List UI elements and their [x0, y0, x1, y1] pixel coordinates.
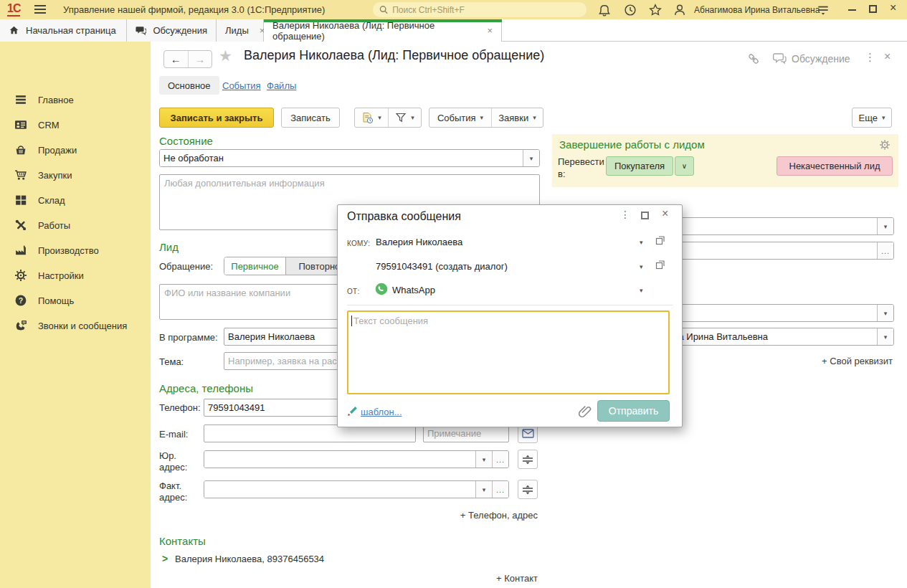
search-icon: [379, 5, 388, 14]
nav-tab-files[interactable]: Файлы: [267, 80, 296, 91]
state-heading: Состояние: [159, 135, 213, 147]
sidebar-item-warehouse[interactable]: Склад: [0, 191, 151, 209]
minimize-button[interactable]: [848, 9, 856, 11]
contact-expand-chevron[interactable]: >: [162, 553, 168, 564]
back-button[interactable]: ←: [164, 51, 189, 67]
active-tab-underline: [264, 19, 502, 22]
sidebar-item-label: Продажи: [38, 145, 77, 156]
sidebar-item-main[interactable]: Главное: [0, 90, 151, 109]
tab-lead-card[interactable]: Валерия Николаева (Лид: Первичное обраще…: [264, 19, 502, 42]
filter-button[interactable]: ▾: [388, 108, 421, 127]
appeal-primary-option[interactable]: Первичное: [224, 257, 286, 275]
legal-address-form-button[interactable]: [518, 450, 538, 469]
custom-field-link[interactable]: + Свой реквизит: [822, 356, 893, 366]
crm-card-icon: [14, 118, 27, 131]
actual-address-field: ▾ ...: [204, 480, 509, 498]
save-close-button[interactable]: Записать и закрыть: [159, 108, 274, 128]
dialog-maximize-icon[interactable]: [641, 212, 649, 219]
transfer-to-buyer-button[interactable]: Покупателя: [606, 156, 673, 176]
main-menu-icon[interactable]: [34, 5, 46, 16]
message-text-input[interactable]: [347, 310, 670, 394]
tab-discussions[interactable]: Обсуждения: [127, 19, 217, 42]
basket-icon: [14, 143, 27, 156]
dropdown-arrow-icon: ▾: [882, 114, 885, 121]
discussion-link[interactable]: Обсуждение: [792, 53, 850, 65]
page-close-icon[interactable]: ×: [884, 50, 891, 63]
open-dialog-icon[interactable]: [655, 260, 665, 270]
current-user-name[interactable]: Абнагимова Ирина Витальевна: [694, 5, 820, 15]
favorites-star-icon[interactable]: [648, 3, 663, 17]
user-icon[interactable]: [673, 3, 687, 17]
more-button[interactable]: Еще ▾: [852, 108, 892, 128]
sidebar-item-help[interactable]: ? Помощь: [0, 291, 151, 310]
search-input[interactable]: [392, 5, 580, 15]
nav-tab-events[interactable]: События: [222, 80, 261, 91]
save-button[interactable]: Записать: [281, 108, 340, 128]
whatsapp-icon: [375, 283, 388, 295]
bad-lead-button[interactable]: Некачественный лид: [777, 156, 893, 176]
add-phone-address-link[interactable]: + Телефон, адрес: [460, 510, 538, 521]
kebab-menu-icon[interactable]: ⋮: [865, 51, 875, 64]
organization-dropdown-button[interactable]: ▾: [877, 305, 893, 321]
paperclip-icon[interactable]: [576, 403, 592, 419]
requests-menu-button[interactable]: Заявки ▾: [491, 108, 543, 127]
window-close-button[interactable]: ×: [890, 1, 896, 14]
phone-dropdown-icon[interactable]: ▾: [640, 263, 643, 270]
sidebar-item-crm[interactable]: CRM: [0, 115, 151, 134]
send-button[interactable]: Отправить: [597, 400, 670, 422]
dialog-close-icon[interactable]: ×: [662, 207, 668, 220]
sidebar-item-sales[interactable]: Продажи: [0, 141, 151, 159]
contact-item[interactable]: Валерия Николаева, 89376456534: [175, 554, 324, 564]
functions-menu-icon[interactable]: [816, 3, 830, 17]
panel-gear-icon[interactable]: [879, 139, 891, 151]
responsible-dropdown-button[interactable]: ▾: [877, 328, 893, 345]
open-recipient-icon[interactable]: [655, 235, 665, 245]
titlebar: 1С Управление нашей фирмой, редакция 3.0…: [0, 0, 907, 19]
link-icon[interactable]: [747, 52, 760, 65]
transfer-options-button[interactable]: ∨: [675, 156, 694, 176]
legal-address-more-button[interactable]: ...: [492, 451, 508, 468]
sidebar-item-settings[interactable]: Настройки: [0, 266, 151, 285]
tab-leads[interactable]: Лиды ×: [217, 19, 264, 42]
forward-button[interactable]: →: [189, 51, 212, 67]
pencil-icon[interactable]: [347, 406, 358, 417]
cart-icon: [14, 169, 27, 181]
to-phone-value[interactable]: 79591043491 (создать диалог): [376, 261, 508, 272]
actual-address-form-button[interactable]: [518, 480, 538, 499]
source-dropdown-button[interactable]: ▾: [877, 218, 893, 234]
to-dropdown-icon[interactable]: ▾: [640, 239, 643, 246]
dialog-separator: [347, 305, 673, 305]
sidebar-item-purchases[interactable]: Закупки: [0, 166, 151, 184]
legal-address-field: ▾ ...: [204, 450, 509, 468]
actual-address-input[interactable]: [204, 481, 475, 498]
from-channel-value[interactable]: WhatsApp: [392, 285, 435, 295]
notifications-bell-icon[interactable]: [597, 3, 612, 17]
to-recipient-value[interactable]: Валерия Николаева: [376, 237, 462, 247]
tab-home[interactable]: Начальная страница: [0, 19, 127, 42]
from-dropdown-icon[interactable]: ▾: [640, 287, 643, 294]
state-input[interactable]: [160, 150, 523, 166]
template-link[interactable]: шаблон...: [361, 407, 402, 417]
dialog-kebab-icon[interactable]: ⋮: [620, 209, 630, 220]
actual-address-dropdown-button[interactable]: ▾: [475, 481, 492, 498]
maximize-button[interactable]: [869, 5, 877, 13]
sidebar-item-works[interactable]: Работы: [0, 216, 151, 234]
sidebar-item-calls-messages[interactable]: Звонки и сообщения: [0, 316, 151, 335]
button-label: Еще: [859, 113, 878, 123]
history-icon[interactable]: [623, 3, 637, 17]
tags-more-button[interactable]: ...: [877, 242, 893, 259]
state-field: ▾: [159, 149, 540, 167]
legal-address-dropdown-button[interactable]: ▾: [475, 451, 492, 468]
add-contact-link[interactable]: + Контакт: [496, 573, 538, 584]
nav-tab-main[interactable]: Основное: [159, 76, 219, 95]
favorite-star-icon[interactable]: ★: [219, 47, 232, 65]
state-dropdown-button[interactable]: ▾: [523, 150, 539, 166]
legal-address-input[interactable]: [204, 451, 475, 468]
events-menu-button[interactable]: События ▾: [429, 108, 491, 127]
create-event-button[interactable]: ▾: [355, 108, 388, 127]
sidebar-item-production[interactable]: Производство: [0, 241, 151, 260]
tab-close-icon[interactable]: ×: [487, 25, 493, 36]
document-clock-icon: [361, 112, 374, 124]
actual-address-more-button[interactable]: ...: [492, 481, 508, 498]
sidebar-item-label: Производство: [38, 245, 99, 256]
